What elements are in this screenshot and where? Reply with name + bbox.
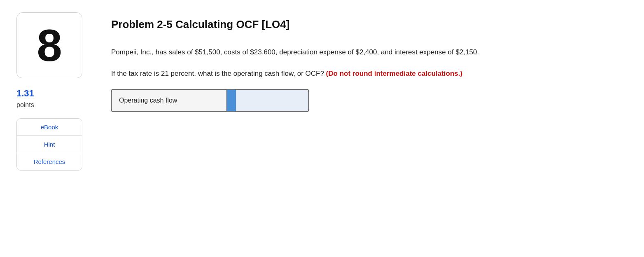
ebook-button[interactable]: eBook — [17, 119, 82, 136]
problem-number: 8 — [37, 23, 62, 68]
references-button[interactable]: References — [17, 153, 82, 170]
answer-row: Operating cash flow — [111, 89, 309, 112]
right-column: Problem 2-5 Calculating OCF [LO4] Pompei… — [111, 12, 628, 112]
question-text-prefix: If the tax rate is 21 percent, what is t… — [111, 70, 324, 77]
problem-title: Problem 2-5 Calculating OCF [LO4] — [111, 16, 628, 33]
sidebar-buttons: eBook Hint References — [16, 118, 82, 171]
main-layout: 8 1.31 points eBook Hint References Prob… — [16, 12, 628, 171]
points-value: 1.31 — [16, 86, 34, 100]
answer-input-wrapper — [227, 90, 309, 111]
answer-label: Operating cash flow — [112, 90, 227, 111]
answer-input-indicator — [227, 90, 236, 111]
points-label: points — [16, 100, 34, 110]
hint-button[interactable]: Hint — [17, 136, 82, 153]
problem-question: If the tax rate is 21 percent, what is t… — [111, 68, 564, 79]
question-warning: (Do not round intermediate calculations.… — [324, 70, 462, 77]
problem-number-badge: 8 — [16, 12, 82, 78]
points-section: 1.31 points — [16, 86, 34, 110]
problem-description: Pompeii, Inc., has sales of $51,500, cos… — [111, 47, 564, 58]
left-column: 8 1.31 points eBook Hint References — [16, 12, 99, 171]
operating-cash-flow-input[interactable] — [236, 90, 309, 111]
